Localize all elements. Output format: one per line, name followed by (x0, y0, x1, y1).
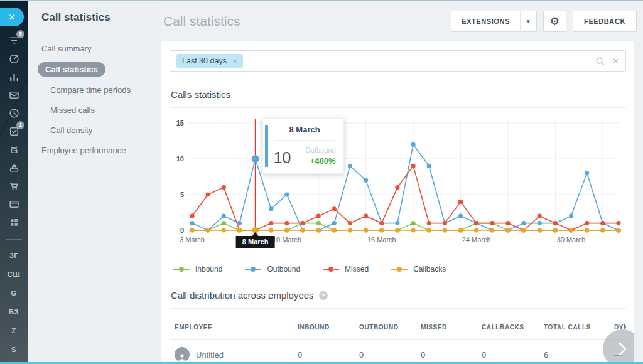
shortcut-csh[interactable]: СШ (0, 265, 28, 284)
left-icon-rail: ✕ 5 1 (0, 1, 28, 362)
cell-callbacks: 0 (477, 340, 539, 363)
search-icon[interactable] (595, 56, 605, 66)
filter-badge: 5 (16, 30, 24, 38)
svg-text:10 March: 10 March (273, 236, 301, 244)
tasks-icon[interactable]: 1 (0, 122, 28, 141)
col-total-calls: TOTAL CALLS (539, 315, 609, 340)
sidebar-title: Call statistics (41, 11, 161, 24)
clear-search-icon[interactable]: ✕ (612, 56, 619, 66)
app-root: ✕ 5 1 (0, 0, 643, 364)
clock-icon[interactable] (0, 104, 28, 122)
cash-register-icon[interactable] (0, 159, 28, 177)
svg-text:15: 15 (176, 119, 184, 127)
col-callbacks: CALLBACKS (477, 315, 539, 340)
mail-icon[interactable] (0, 86, 28, 104)
gauge-icon[interactable] (0, 50, 28, 68)
extensions-button[interactable]: EXTENSIONS (451, 11, 520, 32)
chevron-right-icon (618, 341, 627, 356)
settings-button[interactable]: ⚙ (543, 11, 566, 32)
inbound-marker-icon (173, 269, 190, 270)
svg-text:3 March: 3 March (180, 236, 205, 244)
svg-text:8 March: 8 March (242, 238, 269, 245)
feedback-button[interactable]: FEEDBACK (573, 11, 637, 32)
chart-legend: Inbound Outbound Missed Callbacks (173, 265, 626, 274)
browser-window-icon[interactable] (0, 195, 28, 213)
table-section-title: Call distribution across employees ? (171, 290, 626, 301)
cell-outbound: 0 (354, 340, 416, 363)
cart-icon[interactable] (0, 177, 28, 195)
statistics-sidebar: Call statistics Call summary Call statis… (28, 1, 161, 362)
avatar (175, 347, 190, 362)
employee-distribution-table: EMPLOYEE INBOUND OUTBOUND MISSED CALLBAC… (170, 315, 626, 362)
chart-section-title: Calls statistics (171, 89, 626, 100)
filter-search-input[interactable]: Last 30 days ✕ ✕ (170, 50, 626, 72)
extensions-button-group: EXTENSIONS ▾ (451, 11, 537, 32)
employee-name: Untitled (196, 350, 224, 360)
table-header-row: EMPLOYEE INBOUND OUTBOUND MISSED CALLBAC… (170, 315, 626, 340)
gear-icon: ⚙ (550, 15, 560, 28)
tooltip-date: 8 March (274, 125, 336, 141)
svg-text:0: 0 (180, 227, 184, 234)
apps-grid-icon[interactable] (0, 213, 28, 232)
android-icon[interactable] (0, 141, 28, 159)
shortcut-z[interactable]: Z (0, 321, 28, 340)
content-panel: Last 30 days ✕ ✕ Calls statistics 051015… (161, 41, 634, 362)
filter-icon[interactable]: 5 (0, 31, 28, 50)
legend-item-missed[interactable]: Missed (323, 265, 369, 274)
sidebar-item-compare-time-periods[interactable]: Compare time periods (50, 85, 131, 95)
shortcut-zg[interactable]: ЗГ (0, 246, 28, 265)
sidebar-item-call-statistics[interactable]: Call statistics (38, 62, 105, 77)
rail-divider (6, 239, 22, 240)
sidebar-item-missed-calls[interactable]: Missed calls (50, 105, 95, 115)
sidebar-item-employee-performance[interactable]: Employee performance (41, 146, 126, 155)
svg-text:30 March: 30 March (557, 236, 586, 244)
callbacks-marker-icon (391, 269, 408, 270)
tooltip-delta: +400% (305, 156, 335, 166)
close-menu-button[interactable]: ✕ (0, 8, 24, 26)
col-inbound: INBOUND (293, 315, 354, 340)
shortcut-bz[interactable]: БЗ (0, 302, 28, 321)
legend-item-callbacks[interactable]: Callbacks (391, 265, 446, 274)
tooltip-series-label: Outbound (305, 146, 335, 154)
svg-text:24 March: 24 March (462, 236, 491, 244)
main-content: Call statistics EXTENSIONS ▾ ⚙ FEEDBACK … (161, 1, 643, 362)
svg-text:16 March: 16 March (367, 236, 396, 244)
svg-text:10: 10 (176, 155, 184, 163)
svg-text:5: 5 (180, 191, 184, 198)
page-title: Call statistics (163, 14, 451, 29)
date-range-chip[interactable]: Last 30 days ✕ (176, 54, 243, 68)
chart-tooltip: 8 March 10 Outbound +400% (262, 118, 344, 174)
bar-chart-icon[interactable] (0, 68, 28, 86)
cell-inbound: 0 (293, 340, 354, 363)
outbound-marker-icon (245, 269, 261, 270)
chevron-down-icon: ▾ (527, 18, 530, 24)
col-missed: MISSED (416, 315, 477, 340)
tasks-badge: 1 (16, 121, 24, 129)
cell-total-calls: 6 (539, 340, 609, 363)
cell-missed: 0 (416, 340, 477, 363)
sidebar-item-call-summary[interactable]: Call summary (41, 44, 91, 53)
shortcut-s[interactable]: S (0, 340, 28, 359)
calls-statistics-chart[interactable]: 0510153 March10 March16 March24 March30 … (170, 114, 626, 265)
tooltip-accent-bar (265, 125, 268, 167)
help-icon[interactable]: ? (319, 291, 328, 300)
shortcut-g[interactable]: G (0, 284, 28, 302)
divider (170, 107, 626, 108)
missed-marker-icon (323, 269, 339, 270)
date-range-chip-label: Last 30 days (182, 56, 227, 65)
extensions-dropdown-button[interactable]: ▾ (520, 11, 537, 32)
col-outbound: OUTBOUND (354, 315, 416, 340)
chip-remove-icon[interactable]: ✕ (232, 58, 237, 65)
line-chart-canvas[interactable]: 0510153 March10 March16 March24 March30 … (170, 114, 626, 261)
col-employee: EMPLOYEE (170, 315, 293, 340)
legend-item-outbound[interactable]: Outbound (245, 265, 300, 274)
tooltip-value: 10 (274, 150, 291, 166)
topbar: Call statistics EXTENSIONS ▾ ⚙ FEEDBACK (161, 1, 643, 41)
sidebar-item-call-density[interactable]: Call density (50, 126, 92, 135)
divider (170, 308, 626, 309)
legend-item-inbound[interactable]: Inbound (173, 265, 222, 274)
close-icon: ✕ (9, 13, 16, 22)
table-row: Untitled 0 0 0 0 6 — (170, 340, 626, 363)
